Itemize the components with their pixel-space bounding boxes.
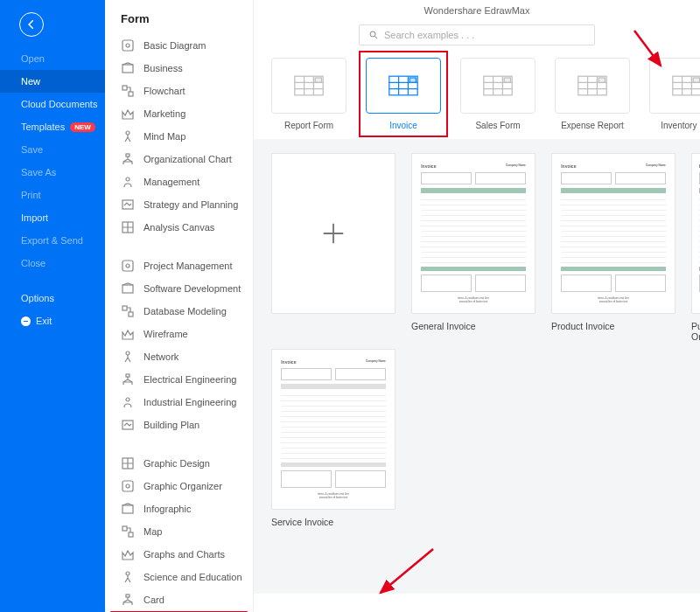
category-icon xyxy=(121,525,135,539)
category-item-card[interactable]: Card xyxy=(105,588,253,611)
sidebar-item-save-as[interactable]: Save As xyxy=(0,161,105,184)
svg-rect-23 xyxy=(122,526,127,531)
search-input[interactable]: Search examples . . . xyxy=(359,24,595,45)
category-item-analysis-canvas[interactable]: Analysis Canvas xyxy=(105,216,253,239)
type-card-invoice[interactable]: Invoice xyxy=(366,58,441,130)
category-item-map[interactable]: Map xyxy=(105,520,253,543)
category-item-flowchart[interactable]: Flowchart xyxy=(105,80,253,102)
category-icon xyxy=(121,152,135,166)
category-label: Infographic xyxy=(144,504,191,514)
category-icon xyxy=(121,259,135,273)
template-service-invoice[interactable]: InvoiceCompany Nameterms & conditions te… xyxy=(271,349,396,527)
type-card-inventory-list[interactable]: Inventory List xyxy=(649,58,700,130)
category-icon xyxy=(121,129,135,143)
category-icon xyxy=(121,282,135,296)
sidebar-item-save[interactable]: Save xyxy=(0,138,105,161)
category-icon xyxy=(121,456,135,470)
svg-rect-4 xyxy=(129,92,133,96)
sidebar-item-print[interactable]: Print xyxy=(0,184,105,206)
svg-rect-3 xyxy=(122,86,127,90)
sidebar-item-import[interactable]: Import xyxy=(0,206,105,229)
category-label: Card xyxy=(144,595,164,605)
sidebar-item-label: Save xyxy=(21,144,43,155)
template-blank[interactable] xyxy=(271,153,396,342)
back-button[interactable] xyxy=(19,12,44,37)
sidebar-item-label: Export & Send xyxy=(21,235,83,246)
category-label: Project Management xyxy=(144,261,233,271)
category-icon xyxy=(121,570,135,584)
category-item-infographic[interactable]: Infographic xyxy=(105,497,253,520)
svg-rect-22 xyxy=(122,505,133,513)
svg-rect-32 xyxy=(410,78,416,82)
sidebar-item-options[interactable]: Options xyxy=(0,287,105,309)
type-icon xyxy=(555,58,630,114)
type-label: Sales Form xyxy=(460,121,536,130)
category-item-management[interactable]: Management xyxy=(105,170,253,193)
template-preview: InvoiceCompany Nameterms & conditions te… xyxy=(691,153,700,314)
category-item-organizational-chart[interactable]: Organizational Chart xyxy=(105,148,253,170)
search-icon xyxy=(368,30,379,40)
category-item-graphic-organizer[interactable]: Graphic Organizer xyxy=(105,475,253,497)
category-icon xyxy=(121,593,135,607)
category-label: Analysis Canvas xyxy=(144,222,214,233)
svg-rect-31 xyxy=(389,76,417,95)
category-label: Graphs and Charts xyxy=(144,549,225,560)
sidebar-item-exit[interactable]: Exit xyxy=(0,309,105,332)
category-label: Wireframe xyxy=(144,329,188,339)
sidebar-item-cloud-documents[interactable]: Cloud Documents xyxy=(0,93,105,115)
sidebar-item-label: Templates xyxy=(21,122,65,132)
left-sidebar: OpenNewCloud DocumentsTemplatesNEWSaveSa… xyxy=(0,0,105,612)
sidebar-item-templates[interactable]: TemplatesNEW xyxy=(0,115,105,138)
category-item-industrial-engineering[interactable]: Industrial Engineering xyxy=(105,391,253,414)
template-general-invoice[interactable]: InvoiceCompany Nameterms & conditions te… xyxy=(411,153,536,342)
svg-point-5 xyxy=(126,131,130,135)
template-purchase-ord[interactable]: InvoiceCompany Nameterms & conditions te… xyxy=(691,153,700,342)
category-item-basic-diagram[interactable]: Basic Diagram xyxy=(105,34,253,57)
type-icon xyxy=(366,58,441,114)
category-icon xyxy=(121,175,135,189)
type-card-expense-report[interactable]: Expense Report xyxy=(555,58,630,130)
sidebar-item-label: Exit xyxy=(36,316,52,326)
type-label: Invoice xyxy=(366,121,441,130)
category-icon xyxy=(121,38,135,52)
sidebar-item-new[interactable]: New xyxy=(0,70,105,93)
category-label: Software Development xyxy=(144,283,241,294)
category-label: Science and Education xyxy=(144,572,242,582)
svg-rect-26 xyxy=(126,595,130,597)
category-item-electrical-engineering[interactable]: Electrical Engineering xyxy=(105,368,253,391)
category-item-mind-map[interactable]: Mind Map xyxy=(105,125,253,148)
svg-rect-6 xyxy=(126,154,130,156)
category-item-database-modeling[interactable]: Database Modeling xyxy=(105,300,253,323)
category-icon xyxy=(121,61,135,75)
sidebar-item-export-send[interactable]: Export & Send xyxy=(0,229,105,252)
category-icon xyxy=(121,220,135,234)
type-card-report-form[interactable]: Report Form xyxy=(271,58,346,130)
category-item-graphs-and-charts[interactable]: Graphs and Charts xyxy=(105,543,253,566)
category-label: Organizational Chart xyxy=(144,154,232,164)
category-item-building-plan[interactable]: Building Plan xyxy=(105,414,253,436)
type-icon xyxy=(460,58,536,114)
svg-rect-38 xyxy=(693,78,699,82)
category-label: Basic Diagram xyxy=(144,40,206,51)
sidebar-item-label: Cloud Documents xyxy=(21,99,97,109)
category-item-marketing[interactable]: Marketing xyxy=(105,102,253,125)
category-item-project-management[interactable]: Project Management xyxy=(105,254,253,277)
category-icon xyxy=(121,479,135,493)
sidebar-item-close[interactable]: Close xyxy=(0,252,105,275)
svg-rect-36 xyxy=(598,78,605,82)
category-label: Building Plan xyxy=(144,420,200,430)
type-label: Inventory List xyxy=(649,121,700,130)
category-item-science-and-education[interactable]: Science and Education xyxy=(105,566,253,588)
sidebar-item-open[interactable]: Open xyxy=(0,47,105,70)
type-icon xyxy=(649,58,700,114)
category-label: Marketing xyxy=(144,108,186,119)
category-item-strategy-and-planning[interactable]: Strategy and Planning xyxy=(105,193,253,216)
category-item-wireframe[interactable]: Wireframe xyxy=(105,323,253,345)
template-product-invoice[interactable]: InvoiceCompany Nameterms & conditions te… xyxy=(551,153,676,342)
category-item-business[interactable]: Business xyxy=(105,57,253,80)
category-item-software-development[interactable]: Software Development xyxy=(105,277,253,300)
category-item-network[interactable]: Network xyxy=(105,345,253,368)
svg-rect-24 xyxy=(129,532,133,537)
type-card-sales-form[interactable]: Sales Form xyxy=(460,58,536,130)
category-item-graphic-design[interactable]: Graphic Design xyxy=(105,452,253,475)
